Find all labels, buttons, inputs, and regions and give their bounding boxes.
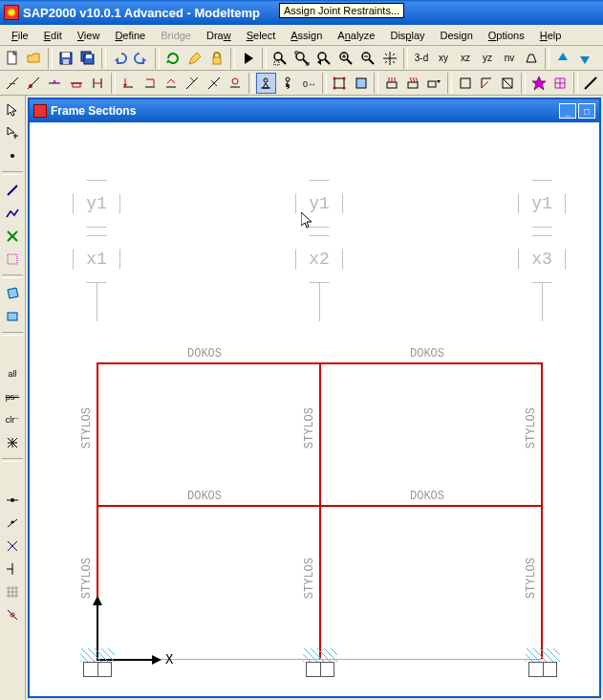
assign-load5-button[interactable] <box>204 73 224 94</box>
save-all-button[interactable] <box>77 48 98 69</box>
star-button[interactable] <box>528 73 549 94</box>
menu-options[interactable]: Options <box>481 28 532 43</box>
snap-x-button[interactable] <box>2 536 23 557</box>
move-up-button[interactable] <box>552 48 573 69</box>
draw-cross-button[interactable] <box>2 226 23 247</box>
menu-assign[interactable]: Assign <box>283 28 330 43</box>
new-file-button[interactable] <box>2 48 23 69</box>
pan-button[interactable] <box>379 48 400 69</box>
maximize-button[interactable]: □ <box>578 103 595 119</box>
menu-view[interactable]: View <box>70 28 108 43</box>
assign-frame1-button[interactable] <box>2 73 22 94</box>
assign-load2-button[interactable] <box>140 73 160 94</box>
view-3d-button[interactable]: 3-d <box>411 48 432 69</box>
snap-mid-button[interactable] <box>2 513 23 534</box>
zoom-in-button[interactable] <box>335 48 356 69</box>
zoom-extents-button[interactable] <box>291 48 312 69</box>
svg-point-35 <box>29 84 32 88</box>
model-canvas[interactable]: y1 x1 y1 x2 y1 x3 DOKOS DOKOS D <box>30 122 599 696</box>
view-nv-button: nv <box>499 48 520 69</box>
snap-perp-button[interactable] <box>2 558 23 580</box>
draw-polyline-button[interactable] <box>2 203 23 224</box>
zoom-previous-button[interactable] <box>313 48 334 69</box>
draw-line-button[interactable] <box>2 180 23 201</box>
assign-frame2-button[interactable] <box>23 73 43 94</box>
save-button[interactable] <box>55 48 76 69</box>
all-label[interactable]: all <box>2 363 23 384</box>
undo-button[interactable] <box>109 48 130 69</box>
column-right[interactable] <box>541 362 543 659</box>
shape3-button[interactable] <box>498 73 518 94</box>
lock-button[interactable] <box>206 48 227 69</box>
main-area: all ps⁻ clr⁻ Frame Sections _ □ y1 x1 <box>0 96 603 700</box>
zoom-window-button[interactable] <box>269 48 291 69</box>
shape2-button[interactable] <box>476 73 496 94</box>
area-load1-button[interactable] <box>381 73 401 94</box>
menu-draw[interactable]: Draw <box>199 28 239 43</box>
menu-design[interactable]: Design <box>433 28 481 43</box>
column-mid[interactable] <box>319 362 321 659</box>
menu-display[interactable]: Display <box>382 28 432 43</box>
open-file-button[interactable] <box>24 48 45 69</box>
joint-restraint-button[interactable] <box>256 73 276 94</box>
svg-rect-33 <box>10 83 15 84</box>
draw-grid-button[interactable] <box>2 249 23 270</box>
svg-line-15 <box>281 59 286 64</box>
svg-marker-31 <box>580 56 590 64</box>
line-button[interactable] <box>581 73 601 94</box>
intersect-button[interactable] <box>2 432 23 453</box>
area-load2-button[interactable] <box>402 73 422 94</box>
redo-button[interactable] <box>131 48 152 69</box>
joint-spring-button[interactable] <box>277 73 297 94</box>
assign-frame4-button[interactable] <box>66 73 86 94</box>
snap-other-button[interactable] <box>2 604 23 625</box>
node-button[interactable] <box>2 145 23 166</box>
assign-load3-button[interactable] <box>161 73 181 94</box>
support-2[interactable] <box>306 662 334 677</box>
menu-edit[interactable]: Edit <box>36 28 70 43</box>
menu-analyze[interactable]: Analyze <box>330 28 382 43</box>
pencil-button[interactable] <box>184 48 205 69</box>
refresh-button[interactable] <box>162 48 183 69</box>
toolbar-standard: 3-d xy xz yz nv <box>0 46 603 71</box>
area-section2-button[interactable] <box>351 73 371 94</box>
view-xy-button[interactable]: xy <box>433 48 454 69</box>
ps-label[interactable]: ps⁻ <box>2 386 23 407</box>
snap-point-button[interactable] <box>2 490 23 511</box>
shape1-button[interactable] <box>455 73 475 94</box>
assign-load6-button[interactable] <box>225 73 245 94</box>
assign-frame5-button[interactable] <box>87 73 107 94</box>
svg-point-80 <box>11 154 14 158</box>
support-3[interactable] <box>528 662 557 677</box>
menu-select[interactable]: Select <box>239 28 284 43</box>
menu-file[interactable]: File <box>4 28 36 43</box>
snap-grid-button[interactable] <box>2 581 23 602</box>
joint-mass-button[interactable]: 0↔1 <box>298 73 318 94</box>
menu-define[interactable]: Define <box>107 28 153 43</box>
pointer-button[interactable] <box>2 99 23 120</box>
assign-load4-button[interactable] <box>183 73 203 94</box>
view-xz-button[interactable]: xz <box>455 48 476 69</box>
area-section1-button[interactable] <box>330 73 350 94</box>
column-label-5: STYLOS <box>303 558 316 599</box>
perspective-button[interactable] <box>521 48 542 69</box>
view-yz-button[interactable]: yz <box>477 48 498 69</box>
move-down-button[interactable] <box>574 48 595 69</box>
select-move-button[interactable] <box>2 122 23 143</box>
grid-icon-button[interactable] <box>549 73 570 94</box>
svg-point-19 <box>318 53 326 60</box>
svg-marker-78 <box>8 104 16 116</box>
support-1[interactable] <box>83 662 112 677</box>
svg-line-23 <box>347 59 352 64</box>
run-button[interactable] <box>238 48 259 69</box>
assign-frame3-button[interactable] <box>45 73 65 94</box>
draw-quad-button[interactable] <box>2 283 23 304</box>
svg-rect-3 <box>62 53 70 57</box>
area-load3-dropdown[interactable] <box>424 73 444 94</box>
clr-label[interactable]: clr⁻ <box>2 409 23 430</box>
menu-help[interactable]: Help <box>532 28 570 43</box>
assign-load1-button[interactable] <box>118 73 139 94</box>
draw-rect-button[interactable] <box>2 306 23 327</box>
zoom-out-button[interactable] <box>357 48 378 69</box>
minimize-button[interactable]: _ <box>559 103 576 119</box>
